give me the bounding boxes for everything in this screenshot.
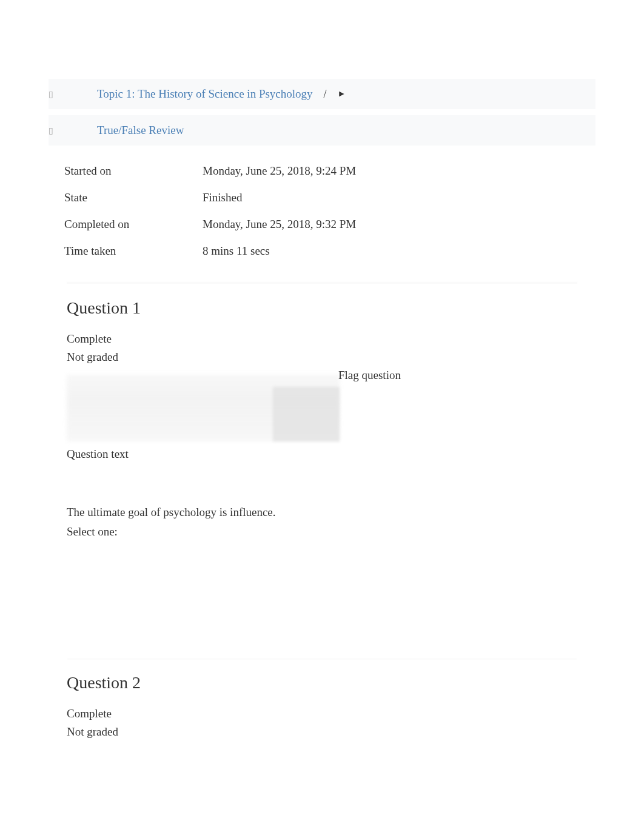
bullet-icon: ▯	[49, 126, 55, 136]
question-2-block: Question 2 Complete Not graded	[67, 673, 595, 768]
breadcrumb-review-link[interactable]: True/False Review	[97, 124, 184, 137]
question-1-title: Question 1	[67, 298, 595, 318]
page-container: ▯ Topic 1: The History of Science in Psy…	[0, 0, 644, 792]
question-text-label: Question text	[67, 445, 135, 463]
meta-label-started: Started on	[64, 164, 203, 178]
breadcrumb-separator: /	[324, 88, 327, 101]
quiz-meta-table: Started on Monday, June 25, 2018, 9:24 P…	[64, 158, 595, 264]
arrow-icon: ►	[338, 89, 346, 99]
meta-value-time: 8 mins 11 secs	[203, 244, 270, 258]
bullet-icon: ▯	[49, 89, 55, 99]
meta-value-completed: Monday, June 25, 2018, 9:32 PM	[203, 218, 356, 231]
meta-value-state: Finished	[203, 191, 242, 204]
breadcrumb-row-1: ▯ Topic 1: The History of Science in Psy…	[49, 79, 595, 109]
meta-value-started: Monday, June 25, 2018, 9:24 PM	[203, 164, 356, 178]
section-divider-2	[67, 659, 577, 663]
breadcrumb-row-2: ▯ True/False Review	[49, 115, 595, 146]
question-2-grade: Not graded	[67, 725, 595, 739]
meta-row-started: Started on Monday, June 25, 2018, 9:24 P…	[64, 158, 595, 184]
meta-label-state: State	[64, 191, 203, 204]
meta-label-completed: Completed on	[64, 218, 203, 231]
meta-label-time: Time taken	[64, 244, 203, 258]
meta-row-time: Time taken 8 mins 11 secs	[64, 238, 595, 264]
question-1-status: Complete	[67, 332, 595, 346]
blurred-content-inner	[273, 387, 340, 441]
question-1-block: Question 1 Complete Not graded Flag ques…	[67, 298, 595, 659]
meta-row-state: State Finished	[64, 184, 595, 211]
meta-row-completed: Completed on Monday, June 25, 2018, 9:32…	[64, 211, 595, 238]
question-1-select-one: Select one:	[67, 525, 595, 538]
question-2-status: Complete	[67, 707, 595, 720]
section-divider	[67, 283, 577, 286]
question-1-answer-area	[67, 543, 595, 634]
flag-question-link[interactable]: Flag question	[338, 369, 401, 382]
question-1-flag-row: Flag question	[67, 369, 595, 441]
question-1-body: The ultimate goal of psychology is influ…	[67, 506, 595, 519]
question-2-title: Question 2	[67, 673, 595, 692]
question-1-grade: Not graded	[67, 350, 595, 364]
breadcrumb-topic-link[interactable]: Topic 1: The History of Science in Psych…	[97, 87, 313, 101]
